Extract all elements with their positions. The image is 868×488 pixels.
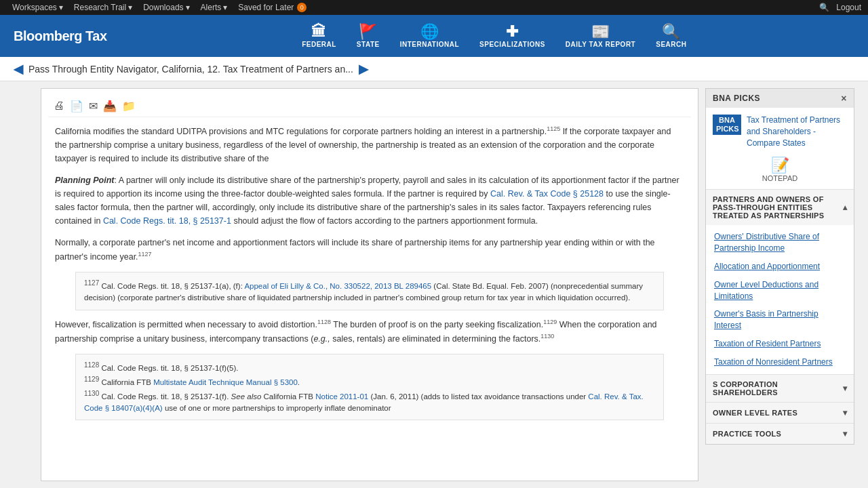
accordion-link-1[interactable]: Allocation and Apportionment [706, 258, 854, 276]
breadcrumb-text: Pass Through Entity Navigator, Californi… [28, 64, 353, 75]
top-navbar: Workspaces ▾ Research Trail ▾ Downloads … [0, 0, 868, 15]
doc-toolbar: 🖨 📄 ✉ 📥 📁 [48, 96, 691, 117]
logout-link[interactable]: Logout [836, 3, 861, 12]
paragraph-3: Normally, a corporate partner's net inco… [55, 236, 684, 264]
accordion-partners-items: Owners' Distributive Share of Partnershi… [706, 225, 854, 373]
research-trail-menu[interactable]: Research Trail ▾ [68, 1, 138, 14]
bna-badge: BNA PICKS [713, 115, 741, 135]
search-nav-icon: 🔍 [662, 24, 681, 39]
notice-2011-01-link[interactable]: Notice 2011-01 [315, 392, 368, 401]
cal-rev-tax-link[interactable]: Cal. Rev. & Tax Code § 25128 [490, 189, 604, 199]
downloads-menu[interactable]: Downloads ▾ [138, 1, 195, 14]
nav-specializations[interactable]: ✚ SPECIALIZATIONS [473, 21, 552, 52]
paragraph-planning-point: Planning Point: A partner will only incl… [55, 174, 684, 228]
top-search-icon[interactable]: 🔍 [819, 3, 829, 12]
accordion-practice-tools: PRACTICE TOOLS [706, 423, 854, 444]
daily-tax-icon: 📰 [591, 24, 610, 39]
saved-badge: 0 [297, 3, 307, 12]
next-nav-button[interactable]: ▶ [359, 62, 368, 77]
accordion-owner-rates-header[interactable]: OWNER LEVEL RATES [706, 403, 854, 423]
federal-icon: 🏛 [311, 24, 327, 39]
chevron-partners-icon [843, 203, 847, 212]
accordion-scorp: S CORPORATION SHAREHOLDERS [706, 374, 854, 402]
notepad-label: NOTEPAD [762, 174, 797, 182]
bna-featured-link[interactable]: Tax Treatment of Partners and Shareholde… [747, 115, 847, 148]
bna-featured-item: BNA PICKS Tax Treatment of Partners and … [713, 115, 847, 148]
top-nav-right: 🔍 Logout [819, 3, 861, 12]
nav-search[interactable]: 🔍 SEARCH [649, 21, 693, 52]
nav-federal[interactable]: 🏛 FEDERAL [295, 21, 343, 52]
accordion-owner-rates: OWNER LEVEL RATES [706, 402, 854, 423]
paragraph-1: California modifies the standard UDITPA … [55, 124, 684, 165]
chevron-owner-rates-icon [843, 408, 847, 418]
bna-picks-content: BNA PICKS Tax Treatment of Partners and … [706, 108, 854, 189]
bna-picks-header: BNA PICKS × [706, 89, 854, 108]
workspaces-menu[interactable]: Workspaces ▾ [7, 1, 68, 14]
multistate-audit-link[interactable]: Multistate Audit Technique Manual § 5300 [153, 378, 298, 386]
right-panel: BNA PICKS × BNA PICKS Tax Treatment of P… [705, 88, 854, 481]
international-icon: 🌐 [420, 24, 439, 39]
prev-nav-button[interactable]: ◀ [14, 62, 23, 77]
nav-international[interactable]: 🌐 INTERNATIONAL [393, 21, 466, 52]
alerts-menu[interactable]: Alerts ▾ [195, 1, 233, 14]
save-icon[interactable]: 📁 [122, 100, 136, 113]
bna-picks-box: BNA PICKS × BNA PICKS Tax Treatment of P… [705, 88, 854, 445]
accordion-link-4[interactable]: Taxation of Resident Partners [706, 335, 854, 353]
main-header: Bloomberg Tax 🏛 FEDERAL 🚩 STATE 🌐 INTERN… [0, 15, 868, 57]
notepad-icon: 📝 [771, 157, 789, 174]
footnote-1128: 1128 Cal. Code Regs. tit. 18, § 25137-1(… [84, 360, 655, 374]
accordion-partners: PARTNERS AND OWNERS OF PASS-THROUGH ENTI… [706, 189, 854, 373]
chevron-practice-tools-icon [843, 429, 847, 439]
cal-code-regs-link[interactable]: Cal. Code Regs. tit. 18, § 25137-1 [103, 216, 231, 226]
email-icon[interactable]: ✉ [89, 100, 98, 113]
main-container: 🖨 📄 ✉ 📥 📁 California modifies the standa… [0, 81, 868, 488]
breadcrumb-bar: ◀ Pass Through Entity Navigator, Califor… [0, 57, 868, 81]
footnote-1130: 1130 Cal. Code Regs. tit. 18, § 25137-1(… [84, 388, 655, 414]
chevron-scorp-icon [843, 384, 847, 393]
doc-content: California modifies the standard UDITPA … [48, 124, 691, 420]
nav-daily-tax-report[interactable]: 📰 DAILY TAX REPORT [559, 21, 642, 52]
footnote-block-1127: 1127 Cal. Code Regs. tit. 18, § 25137-1(… [75, 272, 664, 310]
accordion-link-5[interactable]: Taxation of Nonresident Partners [706, 353, 854, 371]
state-icon: 🚩 [359, 24, 378, 39]
copy-icon[interactable]: 📄 [70, 100, 83, 113]
site-logo: Bloomberg Tax [14, 28, 107, 44]
accordion-link-2[interactable]: Owner Level Deductions and Limitations [706, 276, 854, 306]
print-icon[interactable]: 🖨 [54, 100, 64, 113]
appeal-eli-lilly-link[interactable]: Appeal of Eli Lilly & Co., No. 330522, 2… [244, 282, 431, 290]
bna-picks-close-button[interactable]: × [841, 93, 847, 104]
accordion-partners-header[interactable]: PARTNERS AND OWNERS OF PASS-THROUGH ENTI… [706, 190, 854, 225]
notepad-item[interactable]: 📝 NOTEPAD [713, 157, 847, 182]
saved-for-later-menu[interactable]: Saved for Later 0 [233, 1, 312, 14]
document-panel: 🖨 📄 ✉ 📥 📁 California modifies the standa… [41, 88, 698, 481]
nav-state[interactable]: 🚩 STATE [350, 21, 387, 52]
top-nav-items: Workspaces ▾ Research Trail ▾ Downloads … [7, 1, 819, 14]
accordion-scorp-header[interactable]: S CORPORATION SHAREHOLDERS [706, 375, 854, 402]
footnote-1129: 1129 California FTB Multistate Audit Tec… [84, 374, 655, 388]
specializations-icon: ✚ [506, 24, 519, 39]
accordion-link-3[interactable]: Owner's Basis in Partnership Interest [706, 305, 854, 335]
download-icon[interactable]: 📥 [103, 100, 117, 113]
left-sidebar [14, 88, 34, 481]
accordion-link-0[interactable]: Owners' Distributive Share of Partnershi… [706, 228, 854, 258]
footnote-block-small: 1128 Cal. Code Regs. tit. 18, § 25137-1(… [75, 354, 664, 420]
paragraph-4: However, fiscalization is permitted when… [55, 317, 684, 346]
accordion-practice-tools-header[interactable]: PRACTICE TOOLS [706, 424, 854, 444]
header-nav: 🏛 FEDERAL 🚩 STATE 🌐 INTERNATIONAL ✚ SPEC… [134, 21, 854, 52]
